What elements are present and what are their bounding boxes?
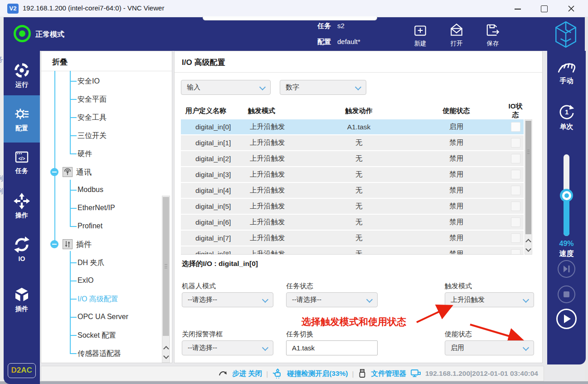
speed-slider-handle[interactable] bbox=[560, 189, 573, 202]
io-direction-dropdown[interactable]: 输入 bbox=[181, 80, 271, 95]
io-state-checkbox[interactable] bbox=[511, 233, 520, 243]
io-state-checkbox[interactable] bbox=[511, 249, 520, 255]
io-state-checkbox[interactable] bbox=[511, 122, 520, 132]
save-icon bbox=[485, 23, 501, 38]
close-button[interactable] bbox=[561, 0, 582, 17]
open-button[interactable]: 打开 bbox=[440, 23, 473, 49]
tree-item-three-pos-switch[interactable]: 三位开关 bbox=[41, 131, 159, 141]
sidebar-item-task[interactable]: </> 任务 bbox=[4, 149, 40, 183]
app-header: 正常模式 任务s2 配置default* 新建 打开 保存 bbox=[4, 17, 585, 51]
minimize-button[interactable] bbox=[507, 0, 528, 17]
trigger-mode-label: 触发模式 bbox=[445, 282, 472, 290]
file-manager-link[interactable]: 文件管理器 bbox=[371, 369, 406, 379]
close-icon bbox=[568, 5, 575, 12]
skip-next-icon bbox=[559, 261, 574, 277]
close-alarm-dropdown[interactable]: --请选择-- bbox=[182, 340, 273, 355]
hand-icon bbox=[556, 59, 577, 75]
table-row-digital-in-2[interactable]: digital_in[2]上升沿触发无禁用 bbox=[181, 151, 524, 166]
right-control-sidebar: 手动 1 单次 49% 速度 bbox=[547, 51, 586, 364]
sidebar-item-plugin[interactable]: 插件 bbox=[4, 286, 40, 320]
new-button[interactable]: 新建 bbox=[404, 23, 437, 49]
speed-slider-fill bbox=[564, 196, 569, 236]
scroll-down-button[interactable] bbox=[525, 245, 532, 254]
tree-node-communication[interactable]: 通讯 bbox=[41, 166, 159, 178]
tree-item-safety-plane[interactable]: 安全平面 bbox=[41, 94, 159, 104]
save-button[interactable]: 保存 bbox=[476, 23, 509, 49]
manual-mode-button[interactable]: 手动 bbox=[547, 59, 586, 85]
tree-item-socket-config[interactable]: Socket 配置 bbox=[41, 330, 159, 340]
svg-text:</>: </> bbox=[19, 156, 25, 161]
task-state-dropdown[interactable]: --请选择-- bbox=[286, 292, 378, 307]
table-row-digital-in-5[interactable]: digital_in[5]上升沿触发无禁用 bbox=[181, 199, 524, 214]
io-state-checkbox[interactable] bbox=[511, 138, 520, 148]
tree-scrollbar-thumb[interactable] bbox=[163, 197, 169, 336]
sidebar-item-jog[interactable]: 操作 bbox=[4, 192, 40, 227]
tree-item-dh-gripper[interactable]: DH 夹爪 bbox=[41, 258, 159, 268]
table-scrollbar-thumb[interactable] bbox=[525, 121, 531, 234]
trigger-mode-dropdown[interactable]: 上升沿触发 bbox=[445, 292, 534, 307]
sidebar-item-run[interactable]: 运行 bbox=[4, 60, 40, 93]
io-state-checkbox[interactable] bbox=[511, 154, 520, 163]
sidebar-item-config[interactable]: 配置 bbox=[4, 95, 40, 143]
single-run-button[interactable]: 1 单次 bbox=[547, 103, 586, 131]
tree-item-hardware[interactable]: 硬件 bbox=[41, 149, 159, 159]
io-state-checkbox[interactable] bbox=[511, 217, 520, 227]
table-row-digital-in-8[interactable]: digital_in[8]上升沿触发无禁用 bbox=[181, 246, 524, 255]
step-forward-button[interactable] bbox=[558, 260, 575, 278]
step-status[interactable]: 步进 关闭 bbox=[232, 369, 262, 379]
maximize-button[interactable] bbox=[534, 0, 554, 17]
scroll-up-button[interactable] bbox=[162, 343, 170, 352]
task-switch-input[interactable] bbox=[286, 340, 378, 355]
config-readout: 配置default* bbox=[317, 38, 360, 46]
table-row-digital-in-6[interactable]: digital_in[6]上升沿触发无禁用 bbox=[181, 215, 524, 230]
play-button[interactable] bbox=[556, 309, 577, 329]
io-state-checkbox[interactable] bbox=[511, 170, 520, 179]
tree-item-ethernet-ip[interactable]: EtherNet/IP bbox=[41, 203, 159, 213]
sidebar-item-io[interactable]: IO bbox=[4, 236, 40, 269]
table-scrollbar[interactable] bbox=[525, 119, 532, 255]
svg-text:1: 1 bbox=[564, 108, 568, 116]
collapse-minus-icon[interactable] bbox=[50, 240, 58, 248]
plugin-cube-icon bbox=[13, 286, 30, 303]
background-window-edge: 务 例 例 bbox=[0, 17, 4, 381]
tree-item-modbus[interactable]: Modbus bbox=[41, 185, 159, 195]
robot-mode-dropdown[interactable]: --请选择-- bbox=[182, 292, 273, 307]
usb-drive-icon bbox=[358, 369, 367, 379]
statusbar: 步进 关闭 | 碰撞检测开启(33%) | 文件管理器 bbox=[41, 366, 544, 381]
collision-status[interactable]: 碰撞检测开启(33%) bbox=[287, 369, 348, 379]
background-window-fragment: 务 bbox=[0, 55, 4, 64]
window-title: 192.168.1.200 (intel-corei7-64:0) - VNC … bbox=[23, 4, 164, 12]
io-advanced-config-panel: I/O 高级配置 输入 数字 用户定义名称 触发模式 触发动作 使能状态 IO状… bbox=[174, 51, 543, 363]
play-icon bbox=[558, 310, 575, 328]
table-row-digital-in-3[interactable]: digital_in[3]上升沿触发无禁用 bbox=[181, 167, 524, 182]
ip-and-time: 192.168.1.200|2012-01-01 03:40:04 bbox=[425, 369, 538, 378]
tree-item-sensor-adapter[interactable]: 传感器适配器 bbox=[41, 349, 159, 359]
stop-button[interactable] bbox=[558, 286, 575, 303]
tree-item-exio[interactable]: ExIO bbox=[41, 276, 159, 286]
io-type-dropdown[interactable]: 数字 bbox=[280, 80, 366, 95]
tree-collapse-title[interactable]: 折叠 bbox=[52, 57, 68, 67]
tree-scrollbar[interactable] bbox=[162, 196, 170, 363]
tree-node-plugin[interactable]: 插件 bbox=[41, 238, 159, 250]
tree-item-profinet[interactable]: Profinet bbox=[41, 222, 159, 231]
tree-item-opc-ua-server[interactable]: OPC UA Server bbox=[41, 312, 159, 322]
io-state-checkbox[interactable] bbox=[511, 186, 520, 195]
io-state-checkbox[interactable] bbox=[511, 202, 520, 211]
scroll-up-button[interactable] bbox=[525, 236, 532, 245]
tree-item-safety-tool[interactable]: 安全工具 bbox=[41, 113, 159, 123]
table-row-digital-in-1[interactable]: digital_in[1]上升沿触发无禁用 bbox=[181, 135, 524, 150]
tree-item-io-advanced-config[interactable]: I/O 高级配置 bbox=[41, 294, 159, 304]
vnc-toolbar-notch[interactable] bbox=[203, 16, 377, 20]
enable-state-dropdown[interactable]: 启用 bbox=[445, 340, 534, 355]
mode-label: 正常模式 bbox=[35, 30, 64, 39]
collapse-minus-icon[interactable] bbox=[50, 168, 58, 176]
mode-indicator-light bbox=[14, 25, 31, 42]
table-row-digital-in-7[interactable]: digital_in[7]上升沿触发无禁用 bbox=[181, 231, 524, 246]
tree-item-safety-io[interactable]: 安全IO bbox=[41, 76, 159, 86]
scroll-down-button[interactable] bbox=[162, 352, 170, 361]
table-row-digital-in-0[interactable]: digital_in[0]上升沿触发A1.task启用 bbox=[181, 119, 524, 134]
io-table: digital_in[0]上升沿触发A1.task启用 digital_in[1… bbox=[181, 119, 524, 255]
table-row-digital-in-4[interactable]: digital_in[4]上升沿触发无禁用 bbox=[181, 183, 524, 198]
titlebar: V2 192.168.1.200 (intel-corei7-64:0) - V… bbox=[0, 0, 588, 17]
jog-arrows-icon bbox=[13, 192, 30, 210]
